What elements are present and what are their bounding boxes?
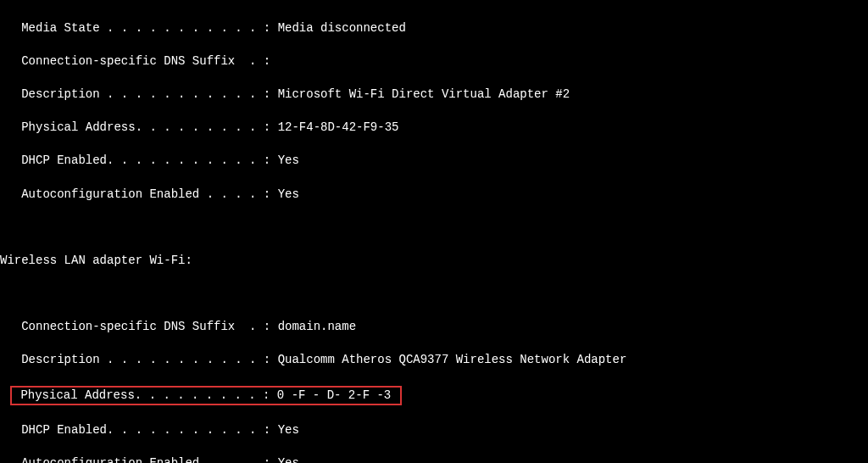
dns-suffix-line: Connection-specific DNS Suffix . : domai… — [0, 319, 868, 336]
highlighted-physical-address-row: Physical Address. . . . . . . . . : 0 -F… — [0, 386, 868, 406]
description-line: Description . . . . . . . . . . . : Qual… — [0, 352, 868, 369]
physical-address-line: Physical Address. . . . . . . . . : 12-F… — [0, 120, 868, 137]
blank-line — [0, 220, 868, 237]
physical-address-highlight: Physical Address. . . . . . . . . : 0 -F… — [10, 386, 402, 406]
autoconfig-line: Autoconfiguration Enabled . . . . : Yes — [0, 187, 868, 204]
autoconfig-line: Autoconfiguration Enabled . . . . : Yes — [0, 455, 868, 463]
dhcp-enabled-line: DHCP Enabled. . . . . . . . . . . : Yes — [0, 422, 868, 439]
dns-suffix-line: Connection-specific DNS Suffix . : — [0, 53, 868, 70]
terminal-output: Media State . . . . . . . . . . . : Medi… — [0, 3, 868, 463]
dhcp-enabled-line: DHCP Enabled. . . . . . . . . . . : Yes — [0, 153, 868, 170]
blank-line — [0, 286, 868, 303]
description-line: Description . . . . . . . . . . . : Micr… — [0, 86, 868, 103]
adapter-header-line: Wireless LAN adapter Wi-Fi: — [0, 253, 868, 270]
media-state-line: Media State . . . . . . . . . . . : Medi… — [0, 20, 868, 37]
